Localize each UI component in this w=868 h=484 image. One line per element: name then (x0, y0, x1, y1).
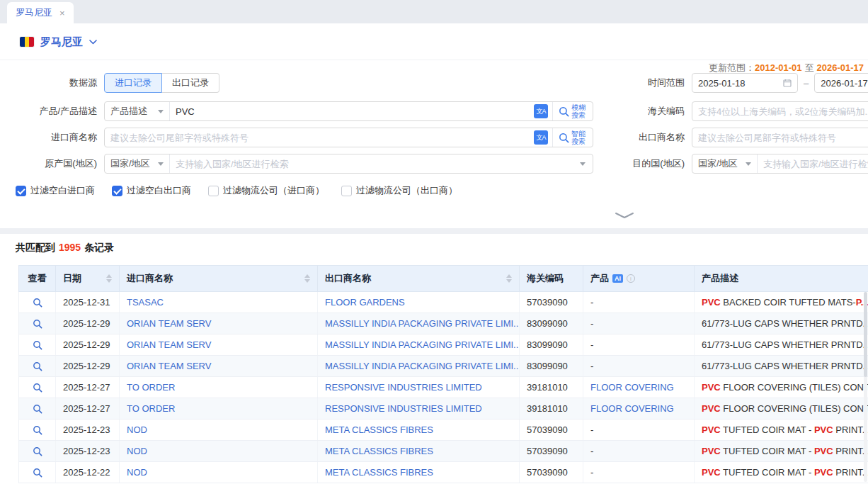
hs-code-input[interactable] (692, 102, 868, 120)
exporter-cell: MASSILLY INDIA PACKAGING PRIVATE LIMI... (318, 313, 520, 334)
highlighted-term: PVC (702, 446, 721, 456)
product-cell: - (583, 441, 695, 462)
chevron-down-icon[interactable] (89, 40, 97, 45)
tab-close-icon[interactable]: × (59, 9, 65, 18)
importer-cell: NOD (120, 441, 318, 462)
importer-link[interactable]: ORIAN TEAM SERV (127, 361, 211, 371)
table-row: 2025-12-27TO ORDERRESPONSIVE INDUSTRIES … (19, 398, 868, 420)
view-record-button[interactable] (33, 319, 42, 329)
highlighted-term: PVC (702, 403, 721, 414)
product-cell: FLOOR COVERING (583, 377, 695, 398)
view-record-button[interactable] (33, 383, 42, 393)
product-type-select[interactable]: 产品描述 (105, 102, 170, 120)
country-header: 罗马尼亚 (20, 33, 97, 50)
exporter-link[interactable]: RESPONSIVE INDUSTRIES LIMITED (325, 403, 482, 414)
translate-icon[interactable]: 文A (534, 130, 548, 145)
date-cell: 2025-12-27 (56, 398, 120, 420)
importer-cell: ORIAN TEAM SERV (120, 313, 318, 334)
export-records-button[interactable]: 出口记录 (162, 73, 219, 93)
column-header-4[interactable]: 出口商名称 (318, 266, 520, 292)
exporter-link[interactable]: META CLASSICS FIBRES (325, 446, 433, 456)
end-date-input[interactable]: 2026-01-17 (814, 73, 868, 93)
exporter-link[interactable]: RESPONSIVE INDUSTRIES LIMITED (325, 382, 482, 393)
product-field-group: 产品描述 文A 模糊搜索 (104, 101, 593, 121)
translate-icon[interactable]: 文A (534, 104, 548, 118)
import-records-button[interactable]: 进口记录 (104, 73, 162, 93)
country-title: 罗马尼亚 (40, 35, 83, 49)
column-header-7: 产品描述 (695, 266, 868, 292)
filter-blank-importer-checkbox[interactable]: 过滤空白进口商 (16, 184, 95, 197)
origin-region-value: 国家/地区 (110, 157, 150, 170)
vertical-scrollbar[interactable] (864, 292, 867, 482)
scrollbar-thumb[interactable] (864, 292, 867, 377)
exporter-link[interactable]: META CLASSICS FIBRES (325, 467, 433, 478)
importer-link[interactable]: ORIAN TEAM SERV (127, 339, 211, 350)
importer-link[interactable]: NOD (127, 446, 147, 456)
exporter-link[interactable]: MASSILLY INDIA PACKAGING PRIVATE LIMI... (325, 339, 520, 350)
origin-region-select[interactable]: 国家/地区 (105, 154, 170, 173)
importer-name-input[interactable] (105, 128, 534, 147)
importer-link[interactable]: TO ORDER (127, 403, 175, 414)
product-label: 产品/产品描述 (0, 101, 97, 121)
importer-link[interactable]: NOD (127, 424, 147, 435)
hs-code-cell: 39181010 (520, 398, 583, 420)
view-record-button[interactable] (33, 340, 42, 350)
filter-blank-exporter-checkbox[interactable]: 过滤空白出口商 (112, 184, 191, 197)
highlighted-term: PVC (702, 382, 721, 393)
summary-suffix: 条记录 (84, 242, 114, 253)
filter-logistics-importer-checkbox[interactable]: 过滤物流公司（进口商） (208, 184, 324, 197)
filter-checkbox-row: 过滤空白进口商 过滤空白出口商 过滤物流公司（进口商） 过滤物流公司（出口商） (16, 184, 457, 197)
exporter-cell: META CLASSICS FIBRES (318, 441, 520, 462)
table-row: 2025-12-29ORIAN TEAM SERVMASSILLY INDIA … (19, 313, 868, 334)
column-header-3[interactable]: 进口商名称 (120, 266, 318, 292)
importer-link[interactable]: TO ORDER (127, 382, 175, 393)
importer-link[interactable]: ORIAN TEAM SERV (127, 318, 211, 329)
collapse-filters-button[interactable] (606, 210, 643, 221)
hs-code-cell: 39181010 (520, 377, 583, 398)
product-search-input[interactable] (170, 102, 534, 120)
importer-link[interactable]: NOD (127, 467, 147, 478)
exporter-name-input[interactable] (692, 128, 868, 147)
highlighted-term: PVC (702, 424, 721, 435)
exporter-cell: META CLASSICS FIBRES (318, 420, 520, 441)
filter-logistics-exporter-checkbox[interactable]: 过滤物流公司（出口商） (341, 184, 457, 197)
view-record-button[interactable] (33, 425, 42, 435)
exporter-link[interactable]: MASSILLY INDIA PACKAGING PRIVATE LIMI... (325, 318, 520, 329)
view-record-button[interactable] (33, 468, 42, 478)
destination-region-select[interactable]: 国家/地区 (692, 154, 758, 173)
sort-icon[interactable] (506, 274, 512, 283)
view-record-button[interactable] (33, 446, 42, 456)
info-icon[interactable]: i (627, 274, 635, 283)
view-record-button[interactable] (33, 298, 42, 308)
product-desc-cell: 61/773-LUG CAPS WHETHER PRNTD... (695, 313, 868, 334)
product-link[interactable]: FLOOR COVERING (590, 382, 674, 393)
data-source-label: 数据源 (0, 73, 97, 93)
results-table: 查看日期进口商名称出口商名称海关编码产品AIi产品描述2025-12-31TSA… (18, 265, 868, 483)
view-record-button[interactable] (33, 361, 42, 371)
hs-code-cell: 57039090 (520, 292, 583, 313)
sort-icon[interactable] (304, 274, 310, 283)
checkbox-label: 过滤空白出口商 (127, 184, 191, 197)
date-cell: 2025-12-23 (56, 420, 120, 441)
destination-country-label: 目的国(地区) (578, 154, 685, 174)
desc-text: BACKED COIR TUFTED MATS- (721, 297, 856, 308)
importer-link[interactable]: TSASAC (127, 297, 164, 308)
exporter-link[interactable]: META CLASSICS FIBRES (325, 424, 433, 435)
start-date-input[interactable]: 2025-01-18 (692, 73, 798, 93)
column-header-2[interactable]: 日期 (56, 266, 120, 292)
product-cell: - (583, 334, 695, 356)
importer-cell: ORIAN TEAM SERV (120, 356, 318, 377)
table-row: 2025-12-22NODMETA CLASSICS FIBRES5703909… (19, 462, 868, 483)
highlighted-term: PVC (702, 467, 721, 478)
update-range-label: 更新范围： (709, 62, 755, 73)
product-cell: - (583, 462, 695, 483)
origin-country-input[interactable] (170, 154, 580, 173)
hs-code-cell: 83099090 (520, 313, 583, 334)
sort-icon[interactable] (106, 274, 112, 283)
exporter-link[interactable]: MASSILLY INDIA PACKAGING PRIVATE LIMI... (325, 361, 520, 371)
exporter-link[interactable]: FLOOR GARDENS (325, 297, 405, 308)
product-link[interactable]: FLOOR COVERING (590, 403, 674, 414)
destination-country-input[interactable] (758, 154, 868, 173)
view-record-button[interactable] (33, 404, 42, 414)
tab-romania[interactable]: 罗马尼亚 × (7, 2, 74, 23)
